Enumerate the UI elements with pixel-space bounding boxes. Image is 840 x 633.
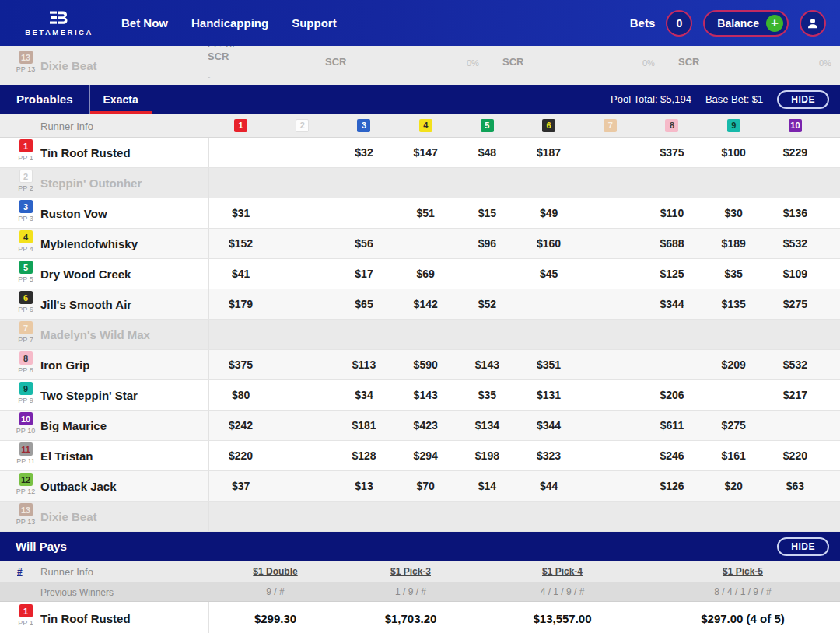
account-button[interactable]: [800, 10, 826, 37]
post-position-label: PP 1: [12, 619, 39, 627]
probable-value: $590: [395, 350, 457, 379]
probable-value: [210, 320, 271, 349]
column-badge: 9: [727, 119, 740, 132]
probable-values: $179$65$142$52$344$135$275: [210, 289, 826, 319]
probable-value: [518, 289, 579, 319]
probable-value: $13: [333, 471, 394, 501]
probable-value: [457, 502, 518, 531]
runner-row: 9 PP 9 Two Steppin' Star $80$34$143$35$1…: [0, 380, 840, 411]
previous-winner-value: 8 / 4 / 1 / 9 / #: [714, 586, 771, 597]
percent-value: 0%: [467, 58, 479, 68]
previous-winner-value: 1 / 9 / #: [395, 586, 426, 597]
probable-value: [579, 380, 641, 410]
runner-name: Tin Roof Rusted: [40, 602, 131, 633]
user-icon: [805, 16, 821, 31]
probable-value: [518, 168, 579, 198]
nav-link-support[interactable]: Support: [292, 16, 337, 30]
saddle-cloth-badge: 6: [19, 291, 33, 304]
probable-value: $15: [457, 198, 518, 228]
probable-value: [703, 168, 765, 198]
probable-value: [333, 320, 394, 349]
previous-winners-label: Previous Winners: [40, 587, 114, 598]
runner-name: Myblendofwhisky: [40, 229, 138, 258]
post-position-label: PP 9: [12, 397, 39, 404]
probable-value: [210, 502, 271, 531]
percent-value: 0%: [642, 58, 655, 68]
probable-value: $80: [210, 380, 271, 410]
post-position-label: PP 13: [12, 65, 39, 73]
hide-probables-button[interactable]: HIDE: [777, 90, 829, 109]
runner-name: Outback Jack: [40, 471, 117, 501]
runner-row: 2 PP 2 Steppin' Outonher: [0, 168, 840, 198]
probable-value: [641, 320, 702, 349]
probable-value: [579, 229, 641, 258]
betamerica-logo[interactable]: BETAMERICA: [17, 9, 101, 37]
probable-value: $143: [457, 350, 518, 379]
probable-value: $44: [518, 471, 579, 501]
column-badge: 7: [604, 119, 617, 132]
saddle-cloth-badge: 13: [19, 503, 33, 516]
tab-probables[interactable]: Probables: [0, 85, 89, 114]
nav-link-bet-now[interactable]: Bet Now: [121, 16, 168, 30]
probable-value: $294: [395, 441, 457, 470]
number-sort-link[interactable]: #: [17, 566, 23, 577]
probable-value: $56: [333, 229, 394, 258]
probable-value: $51: [395, 198, 457, 228]
probable-value: $275: [703, 411, 765, 440]
runner-name: Tin Roof Rusted: [40, 138, 131, 167]
probable-value: $70: [395, 471, 457, 501]
bet-type-link[interactable]: $1 Pick-4: [542, 566, 583, 577]
probable-value: $41: [210, 259, 271, 289]
probable-value: $323: [518, 441, 579, 470]
probable-value: [518, 320, 579, 349]
probable-value: $220: [210, 441, 271, 470]
probable-value: [641, 350, 702, 379]
scr-label: SCR: [678, 56, 699, 68]
probable-value: $34: [333, 380, 394, 410]
bet-type-links: $1 Double$1 Pick-3$1 Pick-4$1 Pick-5: [208, 561, 840, 582]
probable-value: [271, 259, 333, 289]
probables-table-body: 1 PP 1 Tin Roof Rusted $32$147$48$187$37…: [0, 138, 840, 532]
probable-value: [457, 320, 518, 349]
runner-row: 4 PP 4 Myblendofwhisky $152$56$96$160$68…: [0, 229, 840, 259]
probable-value: [395, 320, 457, 349]
hide-willpays-button[interactable]: HIDE: [777, 537, 829, 556]
probable-value: [210, 168, 271, 198]
bets-count-button[interactable]: 0: [666, 10, 692, 37]
probable-value: $246: [641, 441, 702, 470]
post-position-label: PP 2: [12, 184, 39, 192]
probable-value: $31: [210, 198, 271, 228]
bet-type-link[interactable]: $1 Pick-3: [390, 566, 431, 577]
add-funds-plus-icon[interactable]: +: [766, 15, 783, 32]
bet-type-link[interactable]: $1 Pick-5: [723, 566, 763, 577]
probable-value: $52: [457, 289, 518, 319]
column-badge: 6: [542, 119, 555, 132]
probable-value: $134: [457, 411, 518, 440]
probable-value: [579, 471, 641, 501]
probables-header-row: Runner Info 12345678910: [0, 114, 840, 138]
tab-exacta[interactable]: Exacta: [90, 85, 152, 114]
navbar-right: Bets 0 Balance +: [630, 10, 826, 37]
saddle-cloth-badge: 10: [19, 412, 33, 425]
probable-value: $351: [518, 350, 579, 379]
post-position-label: PP 7: [12, 336, 39, 344]
probable-value: $147: [395, 138, 457, 167]
probable-value: [579, 168, 641, 198]
probable-value: $136: [765, 198, 826, 228]
runner-row: 7 PP 7 Madelyn's Wild Max: [0, 320, 840, 350]
saddle-cloth-badge: 1: [19, 604, 33, 617]
nav-link-handicapping[interactable]: Handicapping: [191, 16, 268, 30]
probable-values: [210, 502, 826, 531]
runner-row: 5 PP 5 Dry Wood Creek $41$17$69$45$125$3…: [0, 259, 840, 289]
probable-values: $242$181$423$134$344$611$275: [210, 411, 826, 440]
willpays-title: Will Pays: [0, 540, 67, 553]
probable-value: [579, 259, 641, 289]
bet-type-link[interactable]: $1 Double: [253, 566, 297, 577]
balance-button[interactable]: Balance +: [703, 10, 789, 37]
probable-values: $80$34$143$35$131$206$217: [210, 380, 826, 410]
probable-value: [641, 168, 702, 198]
probable-value: $17: [333, 259, 394, 289]
payout-value: $299.30: [254, 612, 296, 625]
scr-label: SCR: [325, 56, 346, 68]
probable-value: $242: [210, 411, 271, 440]
